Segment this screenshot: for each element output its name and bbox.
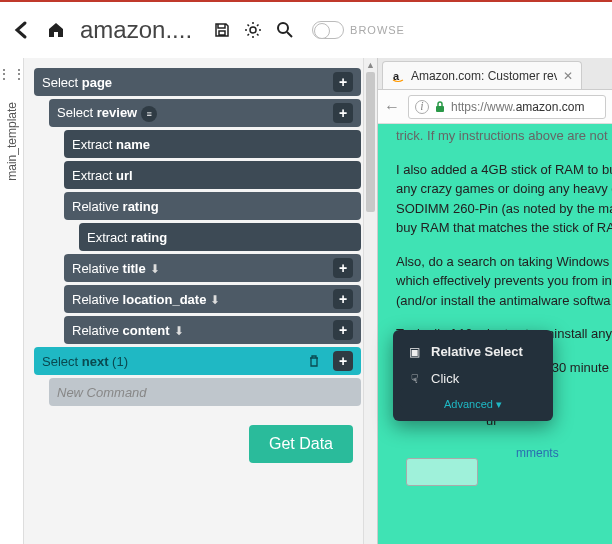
- command-label: Relative content⬇: [72, 323, 327, 338]
- chevron-down-icon: ▾: [496, 398, 502, 410]
- get-data-button[interactable]: Get Data: [249, 425, 353, 463]
- project-title: amazon....: [80, 16, 192, 44]
- back-arrow-icon[interactable]: [12, 20, 32, 40]
- browser-pane: a Amazon.com: Customer rev ✕ ← i https:/…: [377, 58, 612, 544]
- search-icon[interactable]: [276, 21, 294, 39]
- app-toolbar: amazon.... BROWSE: [0, 2, 612, 58]
- command-panel: ⋮⋮ main_template Select page+Select revi…: [0, 58, 377, 544]
- command-rating[interactable]: Relative rating: [64, 192, 361, 220]
- scroll-up-icon[interactable]: ▲: [364, 58, 377, 72]
- command-next[interactable]: Select next (1)+: [34, 347, 361, 375]
- command-name[interactable]: Extract name: [64, 130, 361, 158]
- command-page[interactable]: Select page+: [34, 68, 361, 96]
- browser-tab-title: Amazon.com: Customer rev: [411, 69, 557, 83]
- url-text: https://www.amazon.com: [451, 100, 584, 114]
- add-icon[interactable]: +: [333, 72, 353, 92]
- template-tab[interactable]: ⋮⋮ main_template: [0, 58, 24, 544]
- svg-point-0: [250, 27, 256, 33]
- command-label: Relative location_date⬇: [72, 292, 327, 307]
- command-url[interactable]: Extract url: [64, 161, 361, 189]
- add-icon[interactable]: +: [333, 289, 353, 309]
- command-title[interactable]: Relative title⬇+: [64, 254, 361, 282]
- comments-link[interactable]: mments: [516, 444, 612, 462]
- scroll-thumb[interactable]: [366, 72, 375, 212]
- review-text: trick. If my instructions above are not …: [396, 130, 612, 476]
- url-bar: ← i https://www.amazon.com: [378, 90, 612, 124]
- close-tab-icon[interactable]: ✕: [563, 69, 573, 83]
- scrollbar[interactable]: ▲: [363, 58, 377, 544]
- add-icon[interactable]: +: [333, 320, 353, 340]
- svg-rect-3: [436, 106, 444, 112]
- helpful-button[interactable]: [406, 458, 478, 486]
- browser-tabbar: a Amazon.com: Customer rev ✕: [378, 58, 612, 90]
- browse-toggle[interactable]: BROWSE: [312, 21, 405, 39]
- command-label: Relative rating: [72, 199, 353, 214]
- amazon-favicon-icon: a: [391, 69, 405, 83]
- command-rating[interactable]: Extract rating: [79, 223, 361, 251]
- download-icon: ⬇: [210, 293, 220, 307]
- command-content[interactable]: Relative content⬇+: [64, 316, 361, 344]
- add-icon[interactable]: +: [333, 351, 353, 371]
- command-label: Extract url: [72, 168, 353, 183]
- command-label: Extract rating: [87, 230, 353, 245]
- add-icon[interactable]: +: [333, 258, 353, 278]
- info-icon[interactable]: i: [415, 100, 429, 114]
- save-icon[interactable]: [214, 22, 230, 38]
- list-icon: ≡: [141, 106, 157, 122]
- gear-icon[interactable]: [244, 21, 262, 39]
- context-menu: ▣ Relative Select ☟ Click Advanced ▾: [393, 330, 553, 421]
- home-icon[interactable]: [46, 20, 66, 40]
- browser-tab[interactable]: a Amazon.com: Customer rev ✕: [382, 61, 582, 89]
- add-icon[interactable]: +: [333, 103, 353, 123]
- lock-icon: [435, 101, 445, 113]
- command-label: Select review≡: [57, 105, 327, 122]
- download-icon: ⬇: [150, 262, 160, 276]
- relative-select-icon: ▣: [407, 345, 421, 359]
- command-label: New Command: [57, 385, 353, 400]
- ctx-relative-select[interactable]: ▣ Relative Select: [393, 338, 553, 365]
- command-label: Select next (1): [42, 354, 307, 369]
- command-label: Extract name: [72, 137, 353, 152]
- command-location_date[interactable]: Relative location_date⬇+: [64, 285, 361, 313]
- svg-point-1: [278, 23, 288, 33]
- command-review[interactable]: Select review≡+: [49, 99, 361, 127]
- url-field[interactable]: i https://www.amazon.com: [408, 95, 606, 119]
- ctx-click[interactable]: ☟ Click: [393, 365, 553, 392]
- command-label: Relative title⬇: [72, 261, 327, 276]
- download-icon: ⬇: [174, 324, 184, 338]
- toggle-switch-icon[interactable]: [312, 21, 344, 39]
- click-icon: ☟: [407, 372, 421, 386]
- template-tab-label: main_template: [5, 102, 19, 181]
- trash-icon[interactable]: [307, 354, 321, 368]
- drag-handle-icon[interactable]: ⋮⋮: [0, 66, 27, 82]
- browse-label: BROWSE: [350, 24, 405, 36]
- ctx-advanced[interactable]: Advanced ▾: [393, 392, 553, 413]
- browser-back-icon[interactable]: ←: [384, 98, 400, 116]
- command-label: Select page: [42, 75, 327, 90]
- command-tree: Select page+Select review≡+Extract nameE…: [24, 58, 363, 544]
- command-new[interactable]: New Command: [49, 378, 361, 406]
